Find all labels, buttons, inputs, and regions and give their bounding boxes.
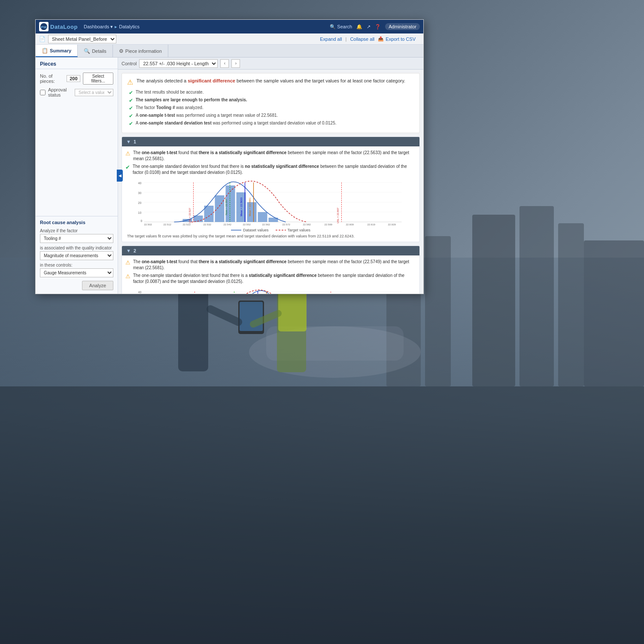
brand-name: DataLoop — [50, 24, 78, 30]
factor-select[interactable]: Tooling # — [40, 234, 113, 243]
alert-highlight: significant difference — [188, 78, 235, 83]
svg-text:PW: PW — [41, 25, 47, 29]
summary-icon: 📋 — [42, 48, 48, 54]
logo: PW DataLoop — [39, 22, 78, 31]
approval-checkbox[interactable] — [40, 90, 46, 95]
export-icon: 📤 — [378, 36, 384, 42]
sheet-selector-bar: 📄 Sheet Metal Panel_Before Expand all | … — [36, 33, 423, 45]
search-label: Search — [337, 24, 352, 29]
sheet-icon: 📄 — [39, 36, 46, 42]
check-ok-1: ✔ — [129, 90, 133, 96]
help-btn[interactable]: ❓ — [375, 24, 381, 30]
svg-text:22.562: 22.562 — [262, 223, 270, 226]
pieces-row: No. of pieces: 200 Select filters... — [40, 73, 113, 85]
check-list: ✔ The test results should be accurate. ✔… — [127, 90, 414, 127]
analyze-btn[interactable]: Analyze — [82, 281, 113, 290]
export-label: Export to CSV — [386, 36, 416, 42]
sig-icon-2b: ⚠ — [125, 273, 131, 280]
filter-btn[interactable]: Select filters... — [83, 73, 113, 85]
target-note-1: The target values fit curve was plotted … — [125, 234, 416, 238]
ok-icon-1: ✔ — [125, 164, 130, 171]
section-1: ▼ 1 ⚠ The one-sample t-test found that t… — [122, 137, 420, 242]
main-content: Pieces No. of pieces: 200 Select filters… — [36, 58, 423, 294]
check-text-4: A one-sample t-test was performed using … — [136, 113, 278, 118]
share-icon: ↗ — [367, 24, 371, 30]
admin-badge[interactable]: Administrator — [385, 23, 420, 30]
alert-header: ⚠ The analysis detected a significant di… — [127, 78, 414, 86]
admin-label: Administrator — [389, 24, 416, 29]
check-item-4: ✔ A one-sample t-test was performed usin… — [129, 113, 414, 119]
pieces-label: No. of pieces: — [40, 73, 64, 84]
prev-btn[interactable]: ‹ — [220, 59, 229, 68]
nav-datalytics[interactable]: Datalytics — [119, 24, 140, 29]
alert-prefix: The analysis detected a — [137, 78, 188, 83]
indicator-select[interactable]: Magnitude of measurements — [40, 251, 113, 260]
stat-row-1-sd: ✔ The one-sample standard deviation test… — [125, 164, 416, 176]
tab-details[interactable]: 🔍 Details — [78, 45, 113, 57]
control-select[interactable]: 22.557 +/- .030 Height - Length — [139, 59, 218, 68]
svg-text:22.582: 22.582 — [303, 223, 311, 226]
sheet-select[interactable]: Sheet Metal Panel_Before — [48, 35, 116, 43]
check-ok-5: ✔ — [129, 121, 133, 127]
section-2: ▼ 2 ⚠ The one-sample t-test found that t… — [122, 246, 420, 294]
tab-summary[interactable]: 📋 Summary — [36, 45, 78, 57]
alert-box: ⚠ The analysis detected a significant di… — [122, 73, 420, 133]
svg-text:20: 20 — [138, 201, 142, 204]
approval-select[interactable]: Select a value... — [75, 89, 113, 96]
svg-text:0: 0 — [141, 219, 143, 222]
nav-dashboards[interactable]: Dashboards ▾ — [84, 24, 113, 30]
check-text-2: The samples are large enough to perform … — [136, 97, 247, 102]
expand-all-btn[interactable]: Expand all — [320, 36, 342, 42]
stat-row-1-ttest: ⚠ The one-sample t-test found that there… — [125, 150, 416, 162]
svg-rect-10 — [178, 286, 208, 371]
share-btn[interactable]: ↗ — [367, 24, 371, 30]
svg-rect-3 — [472, 215, 515, 386]
tab-piece-info[interactable]: ⚙ Piece information — [113, 45, 168, 57]
section-1-toggle: ▼ — [126, 139, 131, 144]
analyze-label: Analyze if the factor — [40, 228, 113, 233]
chart-2: 40 30 20 10 0 — [125, 288, 416, 294]
sidebar-collapse-btn[interactable]: ◀ — [117, 170, 123, 182]
search-btn[interactable]: 🔍 Search — [330, 24, 352, 30]
collapse-all-btn[interactable]: Collapse all — [350, 36, 374, 42]
target-line-icon — [276, 228, 286, 232]
svg-text:10: 10 — [138, 211, 142, 214]
bell-btn[interactable]: 🔔 — [356, 24, 362, 30]
root-cause-section: Root cause analysis Analyze if the facto… — [36, 216, 118, 294]
svg-rect-39 — [258, 212, 267, 222]
section-2-num: 2 — [134, 248, 136, 253]
stat-row-2-ttest: ⚠ The one-sample t-test found that there… — [125, 259, 416, 271]
chart-1-legend: Dataset values Target values — [125, 228, 416, 232]
section-1-header[interactable]: ▼ 1 — [122, 137, 419, 146]
svg-text:Mean = 22.5633: Mean = 22.5633 — [240, 197, 243, 216]
section-2-body: ⚠ The one-sample t-test found that there… — [122, 255, 419, 294]
alert-suffix: between the sample values and the target… — [235, 78, 405, 83]
dataset-line-icon — [231, 228, 241, 232]
check-ok-2: ✔ — [129, 97, 133, 103]
title-bar-right: 🔍 Search 🔔 ↗ ❓ Administrator — [330, 23, 420, 30]
right-actions: Expand all | Collapse all 📤 Export to CS… — [320, 36, 420, 42]
section-2-header[interactable]: ▼ 2 — [122, 246, 419, 255]
root-cause-title: Root cause analysis — [40, 220, 113, 225]
section-1-num: 1 — [134, 139, 136, 144]
export-csv-btn[interactable]: 📤 Export to CSV — [378, 36, 416, 42]
legend-target-label-1: Target values — [288, 228, 311, 232]
check-ok-3: ✔ — [129, 105, 133, 111]
svg-text:22.532: 22.532 — [204, 223, 212, 226]
piece-label: Piece information — [125, 49, 162, 54]
svg-rect-17 — [278, 289, 307, 331]
next-btn[interactable]: › — [231, 59, 240, 68]
controls-label: in these controls: — [40, 263, 113, 267]
svg-text:30: 30 — [138, 191, 142, 194]
check-text-5: A one-sample standard deviation test was… — [136, 121, 336, 125]
chart-2-svg: 40 30 20 10 0 — [125, 288, 416, 294]
svg-text:40: 40 — [138, 291, 142, 294]
controls-select[interactable]: Gauge Measurements — [40, 268, 113, 277]
svg-text:USL = 22.807: USL = 22.807 — [337, 207, 339, 223]
svg-rect-2 — [425, 236, 451, 386]
analysis-content[interactable]: ⚠ The analysis detected a significant di… — [118, 70, 423, 294]
piece-icon: ⚙ — [119, 48, 124, 54]
search-icon: 🔍 — [330, 24, 336, 30]
logo-icon: PW — [39, 22, 49, 31]
section-1-body: ⚠ The one-sample t-test found that there… — [122, 146, 419, 242]
